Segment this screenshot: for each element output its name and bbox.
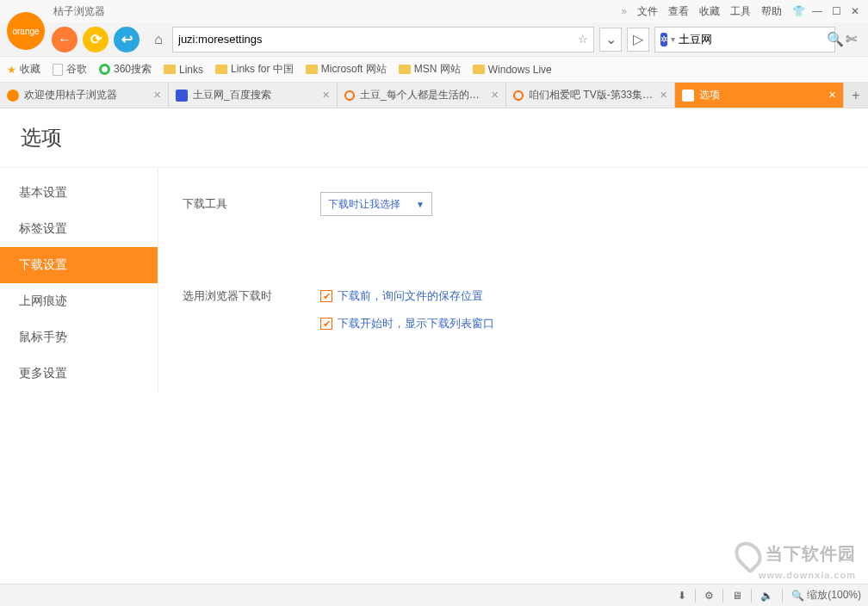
home-icon[interactable]: ⌂ (150, 31, 167, 48)
tab-close-icon[interactable]: ✕ (322, 90, 330, 101)
sidebar-item-download[interactable]: 下载设置 (0, 247, 158, 283)
favorites-button[interactable]: ★收藏 (7, 62, 40, 77)
ask-location-label: 下载前，询问文件的保存位置 (338, 288, 483, 304)
chevron-down-icon: ▼ (416, 200, 425, 209)
folder-icon (473, 65, 485, 74)
tab-favicon (513, 90, 524, 101)
url-bar[interactable]: ☆ (172, 27, 594, 53)
tab-strip: 欢迎使用桔子浏览器 ✕ 土豆网_百度搜索 ✕ 土豆_每个人都是生活的导演 ✕ 咱… (0, 83, 868, 108)
tab-favicon (7, 90, 19, 102)
compat-mode-icon[interactable]: 🖥 (732, 590, 742, 602)
close-button[interactable]: ✕ (847, 3, 863, 19)
show-download-list-checkbox[interactable]: ✔ (320, 318, 332, 330)
app-logo[interactable]: orange (7, 12, 45, 50)
url-dropdown-button[interactable]: ⌄ (599, 28, 622, 52)
tab-baidu-search[interactable]: 土豆网_百度搜索 ✕ (169, 83, 338, 108)
tab-tv-show[interactable]: 咱们相爱吧 TV版-第33集-电 ✕ (506, 83, 675, 108)
show-download-list-label: 下载开始时，显示下载列表窗口 (338, 316, 494, 331)
tab-welcome[interactable]: 欢迎使用桔子浏览器 ✕ (0, 83, 169, 108)
bookmark-360[interactable]: 360搜索 (99, 62, 152, 77)
tab-favicon (176, 90, 188, 102)
status-bar: ⬇ ⚙ 🖥 🔈 🔍 缩放(100%) (0, 584, 868, 606)
tab-favicon (682, 90, 694, 102)
menu-more-icon[interactable]: » (621, 5, 627, 17)
tab-close-icon[interactable]: ✕ (153, 90, 161, 101)
browser-download-label: 选用浏览器下载时 (183, 288, 320, 304)
url-input[interactable] (178, 33, 573, 46)
menu-favorites[interactable]: 收藏 (699, 4, 720, 19)
bookmark-star-icon[interactable]: ☆ (578, 33, 588, 46)
back-button[interactable]: ← (52, 27, 78, 53)
bookmarks-bar: ★收藏 谷歌 360搜索 Links Links for 中国 Microsof… (0, 57, 868, 83)
folder-icon (164, 65, 176, 74)
search-engine-dropdown-icon[interactable]: ▾ (671, 34, 675, 44)
bookmark-microsoft[interactable]: Microsoft 网站 (306, 62, 387, 77)
tab-options[interactable]: 选项 ✕ (675, 83, 844, 108)
forward-button[interactable]: ↩ (114, 27, 140, 53)
download-tool-label: 下载工具 (183, 196, 320, 212)
sidebar-item-basic[interactable]: 基本设置 (0, 175, 158, 211)
bookmark-windows-live[interactable]: Windows Live (473, 64, 552, 76)
bookmark-links-cn[interactable]: Links for 中国 (215, 62, 294, 77)
tab-close-icon[interactable]: ✕ (660, 90, 667, 101)
settings-sidebar: 基本设置 标签设置 下载设置 上网痕迹 鼠标手势 更多设置 (0, 168, 158, 392)
menu-tools[interactable]: 工具 (730, 4, 751, 19)
ask-location-checkbox[interactable]: ✔ (320, 290, 332, 302)
download-tool-select[interactable]: 下载时让我选择 ▼ (320, 192, 432, 216)
settings-gear-icon[interactable]: ⚙ (704, 590, 714, 602)
folder-icon (399, 65, 411, 74)
baidu-paw-icon: ✲ (660, 33, 667, 46)
zoom-control[interactable]: 🔍 缩放(100%) (791, 588, 861, 603)
folder-icon (215, 65, 227, 74)
search-box[interactable]: ✲ ▾ 🔍 (654, 27, 835, 53)
bookmark-msn[interactable]: MSN 网站 (399, 62, 461, 77)
mute-icon[interactable]: 🔈 (760, 590, 773, 602)
sidebar-item-gestures[interactable]: 鼠标手势 (0, 319, 158, 356)
search-input[interactable] (679, 33, 823, 46)
watermark: 当下软件园 www.downxia.com (736, 541, 856, 580)
bookmark-google[interactable]: 谷歌 (53, 62, 87, 77)
tab-close-icon[interactable]: ✕ (491, 90, 499, 101)
minimize-button[interactable]: — (809, 3, 825, 19)
tab-tudou[interactable]: 土豆_每个人都是生活的导演 ✕ (338, 83, 506, 108)
folder-icon (306, 65, 318, 74)
menu-view[interactable]: 查看 (668, 4, 689, 19)
sidebar-item-tabs[interactable]: 标签设置 (0, 211, 158, 247)
page-title: 选项 (0, 108, 868, 168)
star-icon: ★ (7, 64, 16, 76)
download-status-icon[interactable]: ⬇ (678, 590, 686, 602)
screenshot-icon[interactable]: ✄ (840, 31, 861, 47)
menu-help[interactable]: 帮助 (761, 4, 782, 19)
tab-favicon (344, 90, 355, 101)
go-button[interactable]: ▷ (627, 28, 649, 52)
refresh-button[interactable]: ⟳ (83, 27, 108, 53)
sidebar-item-more[interactable]: 更多设置 (0, 356, 158, 392)
page-icon (53, 64, 63, 76)
menu-file[interactable]: 文件 (637, 4, 658, 19)
maximize-button[interactable]: ☐ (828, 3, 844, 19)
sidebar-item-history[interactable]: 上网痕迹 (0, 283, 158, 319)
new-tab-button[interactable]: + (844, 83, 868, 108)
tab-close-icon[interactable]: ✕ (828, 90, 836, 101)
skin-icon[interactable]: 👕 (790, 3, 806, 19)
bookmark-links[interactable]: Links (164, 64, 203, 76)
app-title: 桔子浏览器 (53, 4, 105, 19)
settings-main: 下载工具 下载时让我选择 ▼ 选用浏览器下载时 ✔ 下载前，询问文件的保存位置 … (158, 168, 868, 392)
ring-icon (99, 64, 110, 75)
